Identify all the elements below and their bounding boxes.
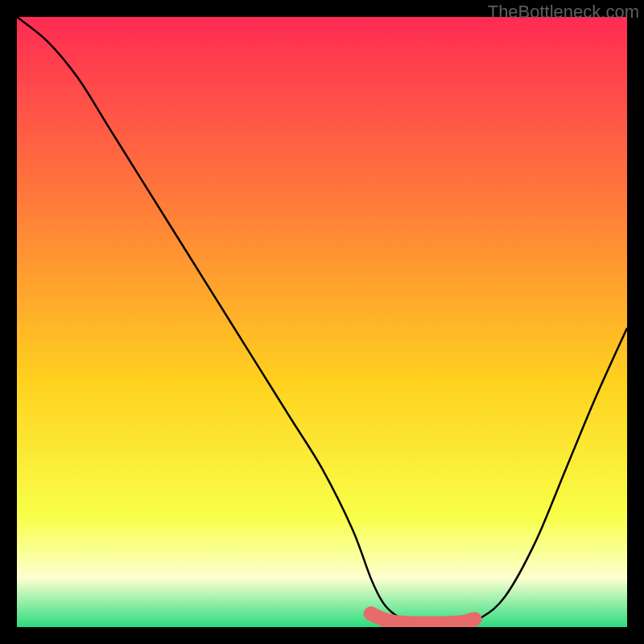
bottleneck-chart — [17, 17, 627, 627]
chart-frame — [17, 17, 627, 627]
optimal-region-start-marker — [365, 607, 378, 620]
watermark-text: TheBottleneck.com — [488, 2, 639, 23]
chart-background-gradient — [17, 17, 627, 627]
